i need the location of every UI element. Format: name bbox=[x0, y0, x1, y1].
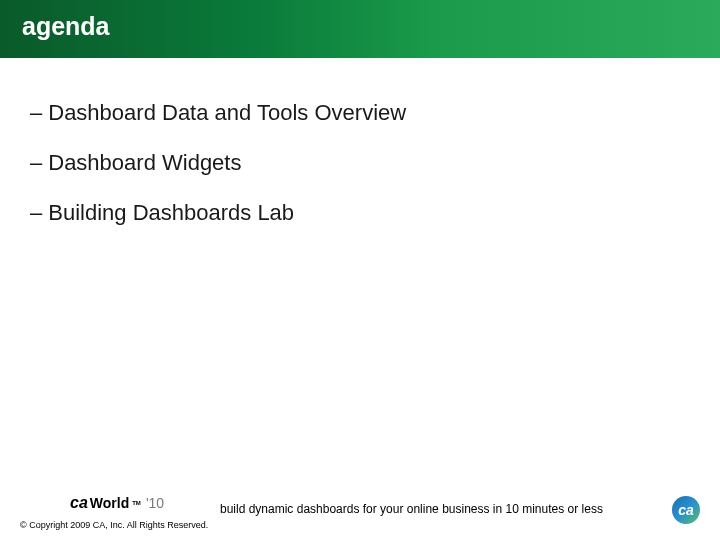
copyright-text: © Copyright 2009 CA, Inc. All Rights Res… bbox=[20, 520, 208, 530]
page-title: agenda bbox=[22, 12, 110, 41]
list-item: –Building Dashboards Lab bbox=[30, 200, 680, 226]
bullet-dash-icon: – bbox=[30, 200, 42, 226]
list-item: –Dashboard Data and Tools Overview bbox=[30, 100, 680, 126]
ca-world-logo-tm: TM bbox=[132, 500, 141, 506]
ca-world-logo-year: '10 bbox=[146, 495, 164, 511]
ca-logo-icon: ca bbox=[672, 496, 700, 524]
ca-world-logo-world: World bbox=[90, 495, 129, 511]
slide: agenda –Dashboard Data and Tools Overvie… bbox=[0, 0, 720, 540]
list-item-text: Building Dashboards Lab bbox=[48, 200, 294, 225]
bullet-dash-icon: – bbox=[30, 100, 42, 126]
list-item-text: Dashboard Data and Tools Overview bbox=[48, 100, 406, 125]
agenda-list: –Dashboard Data and Tools Overview –Dash… bbox=[30, 100, 680, 250]
tagline-text: build dynamic dashboards for your online… bbox=[220, 502, 603, 516]
footer: caWorldTM'10 © Copyright 2009 CA, Inc. A… bbox=[0, 486, 720, 540]
list-item-text: Dashboard Widgets bbox=[48, 150, 241, 175]
ca-world-logo-ca: ca bbox=[70, 494, 88, 512]
bullet-dash-icon: – bbox=[30, 150, 42, 176]
ca-world-logo: caWorldTM'10 bbox=[70, 494, 164, 512]
list-item: –Dashboard Widgets bbox=[30, 150, 680, 176]
ca-logo-text: ca bbox=[678, 502, 694, 518]
header-bar: agenda bbox=[0, 0, 720, 58]
